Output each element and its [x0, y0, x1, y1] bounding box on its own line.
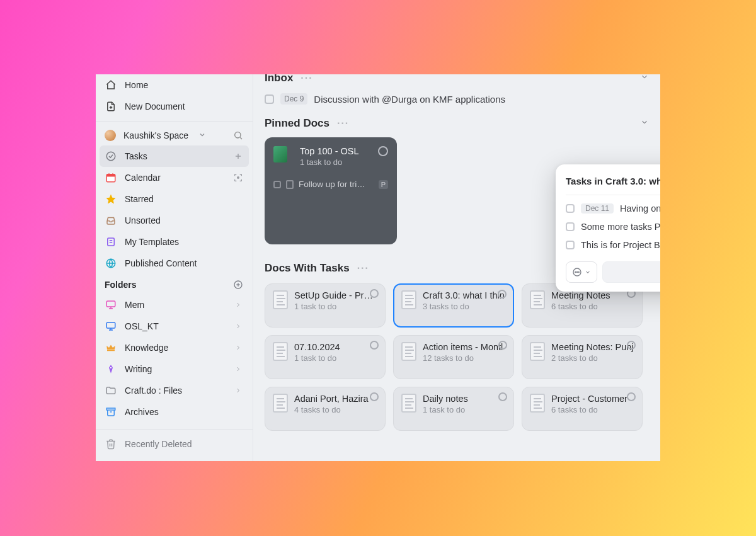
doc-title: SetUp Guide - Produ: [294, 290, 377, 300]
doc-card[interactable]: Action items - Montl12 tasks to do: [393, 335, 514, 379]
page-icon: [273, 394, 288, 413]
section-title: Inbox: [265, 74, 293, 84]
svg-point-30: [576, 271, 577, 272]
pinned-title: Top 100 - OSL: [300, 146, 359, 156]
status-ring-icon[interactable]: [627, 341, 636, 350]
folder-label: Knowledge: [125, 343, 168, 353]
sidebar-new-document[interactable]: New Document: [96, 96, 253, 117]
search-icon[interactable]: [232, 130, 244, 141]
popover-task[interactable]: This is for Project B: [566, 240, 660, 250]
svg-point-31: [578, 271, 579, 272]
popover-more-button[interactable]: [566, 261, 597, 283]
add-folder-icon[interactable]: [232, 279, 244, 290]
svg-point-2: [106, 152, 115, 161]
folder-mem[interactable]: Mem: [96, 294, 253, 316]
more-icon[interactable]: ···: [337, 118, 349, 129]
date-chip: Dec 11: [581, 203, 614, 214]
page-icon: [530, 394, 545, 413]
doc-subtitle: 6 tasks to do: [551, 302, 610, 311]
page-icon: [401, 290, 416, 309]
doc-subtitle: 1 task to do: [294, 302, 377, 311]
pinned-subtask[interactable]: Follow up for trial or… P: [273, 180, 388, 189]
doc-card[interactable]: Adani Port, Hazira4 tasks to do: [265, 387, 386, 431]
svg-point-0: [235, 132, 241, 138]
status-ring-icon[interactable]: [627, 392, 636, 401]
doc-card[interactable]: Project - Customer6 tasks to do: [522, 387, 643, 431]
sidebar-recently-deleted[interactable]: Recently Deleted: [96, 433, 253, 455]
status-ring-icon[interactable]: [498, 392, 507, 401]
more-icon[interactable]: ···: [301, 74, 312, 84]
chevron-right-icon: [232, 299, 244, 311]
chevron-right-icon: [232, 321, 244, 332]
status-ring-icon[interactable]: [498, 290, 507, 299]
folder-craft-files[interactable]: Craft.do : Files: [96, 380, 253, 401]
sidebar-item-calendar[interactable]: Calendar: [96, 167, 253, 188]
folder-osl[interactable]: OSL_KT: [96, 316, 253, 337]
sidebar-item-templates[interactable]: My Templates: [96, 231, 253, 253]
svg-point-9: [238, 177, 239, 179]
check-circle-icon: [105, 150, 117, 163]
task-text: Having one sample task: [620, 203, 660, 214]
doc-title: Craft 3.0: what I thin: [423, 290, 505, 300]
status-ring-icon[interactable]: [378, 146, 388, 156]
sidebar-label: Home: [125, 80, 148, 90]
sidebar-item-published[interactable]: Published Content: [96, 253, 253, 274]
pinned-sub: 1 task to do: [300, 157, 359, 167]
doc-subtitle: 12 tasks to do: [423, 353, 503, 363]
doc-card[interactable]: SetUp Guide - Produ1 task to do: [265, 283, 386, 328]
subtask-text: Follow up for trial or…: [299, 180, 368, 189]
popover-task[interactable]: Some more tasks Project A: [566, 222, 660, 232]
status-ring-icon[interactable]: [370, 392, 379, 401]
checkbox-icon[interactable]: [566, 204, 575, 213]
pinned-doc-card[interactable]: Top 100 - OSL 1 task to do Follow up for…: [265, 137, 397, 244]
section-title: Docs With Tasks: [265, 262, 350, 275]
app-window: Home New Document Kaushik's Space: [96, 74, 660, 461]
checkbox-icon[interactable]: [566, 222, 575, 231]
new-document-icon: [105, 100, 117, 113]
date-chip: Dec 9: [280, 93, 307, 105]
folder-archives[interactable]: Archives: [96, 401, 253, 423]
doc-card[interactable]: 07.10.20241 task to do: [265, 335, 386, 379]
open-doc-button[interactable]: Open Doc: [602, 261, 660, 283]
doc-card[interactable]: Meeting Notes: Punj2 tasks to do: [522, 335, 643, 379]
inbox-icon: [105, 214, 117, 227]
page-icon: [273, 342, 288, 361]
page-icon: [530, 342, 545, 361]
scan-icon[interactable]: [232, 172, 244, 183]
sidebar-home[interactable]: Home: [96, 74, 253, 96]
checkbox-icon[interactable]: [566, 241, 575, 249]
task-text: This is for Project B: [581, 240, 660, 250]
popover-actions: Open Doc: [566, 261, 660, 283]
space-name: Kaushik's Space: [123, 130, 188, 140]
chevron-right-icon: [232, 342, 244, 353]
sidebar-item-tasks[interactable]: Tasks: [100, 145, 249, 167]
status-ring-icon[interactable]: [370, 289, 379, 298]
popover-task[interactable]: Dec 11Having one sample task: [566, 203, 660, 214]
doc-card[interactable]: Daily notes1 task to do: [393, 387, 514, 431]
doc-card[interactable]: Craft 3.0: what I thin3 tasks to do: [393, 283, 514, 328]
status-ring-icon[interactable]: [498, 341, 507, 350]
doc-title: Meeting Notes: [551, 290, 610, 300]
checkbox-icon[interactable]: [265, 94, 274, 104]
folder-writing[interactable]: Writing: [96, 358, 253, 380]
folder-knowledge[interactable]: Knowledge: [96, 337, 253, 358]
status-ring-icon[interactable]: [370, 341, 379, 350]
plus-icon[interactable]: [232, 151, 244, 162]
folder-label: OSL_KT: [125, 321, 159, 331]
doc-title: Daily notes: [423, 394, 468, 404]
doc-subtitle: 4 tasks to do: [294, 405, 369, 414]
inbox-task[interactable]: Dec 9 Discussion with @Durga on KMF appl…: [265, 93, 649, 105]
inbox-heading: Inbox ···: [265, 74, 649, 84]
pen-icon: [105, 363, 117, 375]
svg-line-1: [240, 137, 242, 139]
svg-rect-21: [106, 322, 115, 328]
sidebar-label: Calendar: [125, 173, 161, 183]
checkbox-icon[interactable]: [273, 181, 281, 188]
sidebar-space-switcher[interactable]: Kaushik's Space: [96, 125, 253, 145]
sidebar-item-starred[interactable]: Starred: [96, 188, 253, 210]
chevron-down-icon[interactable]: [640, 74, 649, 84]
more-icon[interactable]: ···: [357, 263, 369, 274]
sidebar-label: My Templates: [125, 237, 179, 247]
chevron-down-icon[interactable]: [640, 118, 649, 129]
sidebar-item-unsorted[interactable]: Unsorted: [96, 210, 253, 231]
